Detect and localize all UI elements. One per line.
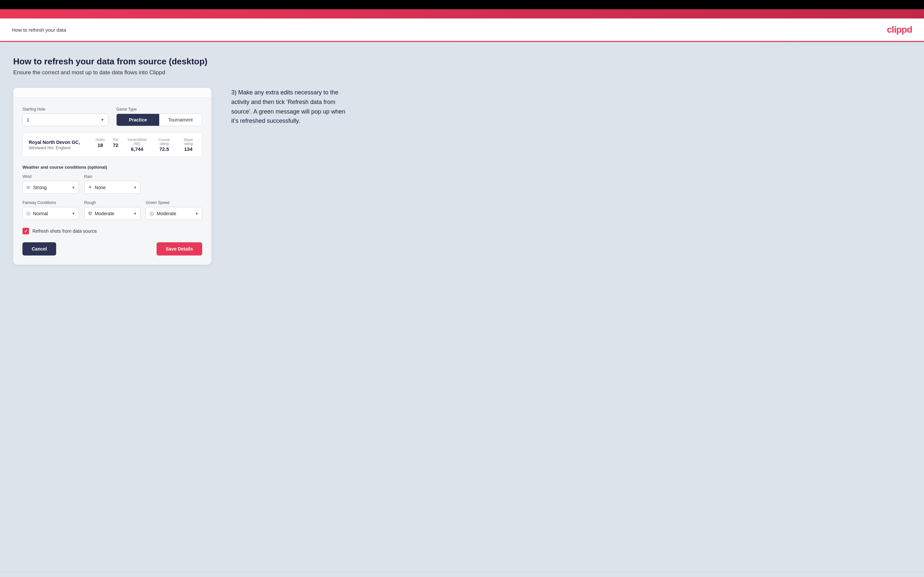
practice-button[interactable]: Practice bbox=[116, 114, 159, 126]
slope-rating-stat: Slope rating 134 bbox=[181, 138, 196, 152]
tournament-button[interactable]: Tournament bbox=[159, 114, 202, 126]
slope-rating-value: 134 bbox=[181, 146, 196, 152]
page-subheading: Ensure the correct and most up to date d… bbox=[13, 69, 911, 76]
wind-arrow-icon: ▼ bbox=[72, 185, 75, 190]
cancel-button[interactable]: Cancel bbox=[23, 242, 56, 256]
button-row: Cancel Save Details bbox=[23, 242, 202, 256]
checkmark-icon: ✓ bbox=[24, 229, 28, 234]
gradient-bar bbox=[0, 9, 924, 18]
rough-select[interactable]: ❁ Moderate ▼ bbox=[84, 207, 141, 220]
course-info-box: Royal North Devon GC, Westward Ho!, Engl… bbox=[23, 133, 202, 157]
rain-icon: ✦ bbox=[88, 184, 92, 190]
wind-value: Strong bbox=[33, 185, 69, 190]
header: How to refresh your data clippd bbox=[0, 18, 924, 42]
wind-icon: ≋ bbox=[26, 184, 31, 190]
holes-label: Holes bbox=[95, 138, 105, 142]
rough-field: Rough ❁ Moderate ▼ bbox=[84, 200, 141, 220]
green-speed-select[interactable]: ◎ Moderate ▼ bbox=[146, 207, 202, 220]
yards-label: Yards/White (M)) bbox=[126, 138, 148, 145]
wind-rain-row: Wind ≋ Strong ▼ Rain ✦ None ▼ bbox=[23, 174, 202, 194]
content-layout: Starting Hole 1 10 ▼ Game Type Practi bbox=[13, 88, 911, 265]
holes-stat: Holes 18 bbox=[95, 138, 105, 152]
rough-icon: ❁ bbox=[88, 210, 92, 216]
page-heading: How to refresh your data from source (de… bbox=[13, 56, 911, 67]
course-rating-value: 72.5 bbox=[156, 146, 173, 152]
course-rating-stat: Course rating 72.5 bbox=[156, 138, 173, 152]
par-value: 72 bbox=[113, 142, 119, 148]
side-text-content: 3) Make any extra edits necessary to the… bbox=[231, 88, 350, 126]
fairway-rough-green-row: Fairway Conditions ⊙ Normal ▼ Rough ❁ Mo… bbox=[23, 200, 202, 220]
green-speed-value: Moderate bbox=[157, 211, 192, 216]
game-type-label: Game Type bbox=[116, 107, 202, 111]
holes-value: 18 bbox=[95, 142, 105, 148]
form-card: Starting Hole 1 10 ▼ Game Type Practi bbox=[13, 88, 212, 265]
weather-section-title: Weather and course conditions (optional) bbox=[23, 165, 202, 170]
starting-hole-gametype-row: Starting Hole 1 10 ▼ Game Type Practi bbox=[23, 107, 202, 126]
wind-label: Wind bbox=[23, 174, 79, 179]
rough-label: Rough bbox=[84, 200, 141, 205]
rain-label: Rain bbox=[84, 174, 141, 179]
header-title: How to refresh your data bbox=[12, 27, 66, 33]
clippd-logo: clippd bbox=[887, 24, 912, 35]
green-speed-arrow-icon: ▼ bbox=[195, 211, 199, 216]
refresh-checkbox[interactable]: ✓ bbox=[23, 228, 29, 234]
rain-select[interactable]: ✦ None ▼ bbox=[84, 181, 141, 194]
rough-value: Moderate bbox=[95, 211, 131, 216]
fairway-select[interactable]: ⊙ Normal ▼ bbox=[23, 207, 79, 220]
slope-rating-label: Slope rating bbox=[181, 138, 196, 145]
starting-hole-group: Starting Hole 1 10 ▼ bbox=[23, 107, 108, 126]
yards-value: 6,744 bbox=[126, 146, 148, 152]
starting-hole-select-wrapper: 1 10 ▼ bbox=[23, 114, 108, 126]
black-top-bar bbox=[0, 0, 924, 9]
form-top-stub bbox=[13, 88, 212, 98]
green-speed-field: Green Speed ◎ Moderate ▼ bbox=[146, 200, 202, 220]
footer: Copyright Clippd 2022 bbox=[0, 572, 924, 577]
refresh-label: Refresh shots from data source bbox=[32, 229, 97, 234]
save-button[interactable]: Save Details bbox=[157, 242, 202, 256]
wind-field: Wind ≋ Strong ▼ bbox=[23, 174, 79, 194]
rough-arrow-icon: ▼ bbox=[133, 211, 137, 216]
green-speed-label: Green Speed bbox=[146, 200, 202, 205]
game-type-group: Game Type Practice Tournament bbox=[116, 107, 202, 126]
course-stats: Holes 18 Par 72 Yards/White (M)) 6,744 bbox=[95, 138, 196, 152]
par-stat: Par 72 bbox=[113, 138, 119, 152]
refresh-checkbox-row: ✓ Refresh shots from data source bbox=[23, 228, 202, 234]
fairway-arrow-icon: ▼ bbox=[72, 211, 75, 216]
course-name-block: Royal North Devon GC, Westward Ho!, Engl… bbox=[29, 140, 95, 150]
course-location: Westward Ho!, England bbox=[29, 145, 95, 150]
course-name: Royal North Devon GC, bbox=[29, 140, 95, 145]
fairway-value: Normal bbox=[33, 211, 69, 216]
main-content: How to refresh your data from source (de… bbox=[0, 42, 924, 572]
course-rating-label: Course rating bbox=[156, 138, 173, 145]
starting-hole-label: Starting Hole bbox=[23, 107, 108, 111]
yards-stat: Yards/White (M)) 6,744 bbox=[126, 138, 148, 152]
starting-hole-select[interactable]: 1 10 bbox=[23, 114, 108, 126]
fairway-field: Fairway Conditions ⊙ Normal ▼ bbox=[23, 200, 79, 220]
fairway-label: Fairway Conditions bbox=[23, 200, 79, 205]
green-speed-icon: ◎ bbox=[149, 210, 154, 216]
rain-value: None bbox=[95, 185, 131, 190]
side-text: 3) Make any extra edits necessary to the… bbox=[231, 88, 350, 126]
form-card-inner: Starting Hole 1 10 ▼ Game Type Practi bbox=[13, 98, 212, 265]
par-label: Par bbox=[113, 138, 119, 142]
wind-select[interactable]: ≋ Strong ▼ bbox=[23, 181, 79, 194]
rain-arrow-icon: ▼ bbox=[133, 185, 137, 190]
fairway-icon: ⊙ bbox=[26, 210, 31, 216]
game-type-buttons: Practice Tournament bbox=[116, 114, 202, 126]
rain-field: Rain ✦ None ▼ bbox=[84, 174, 141, 194]
